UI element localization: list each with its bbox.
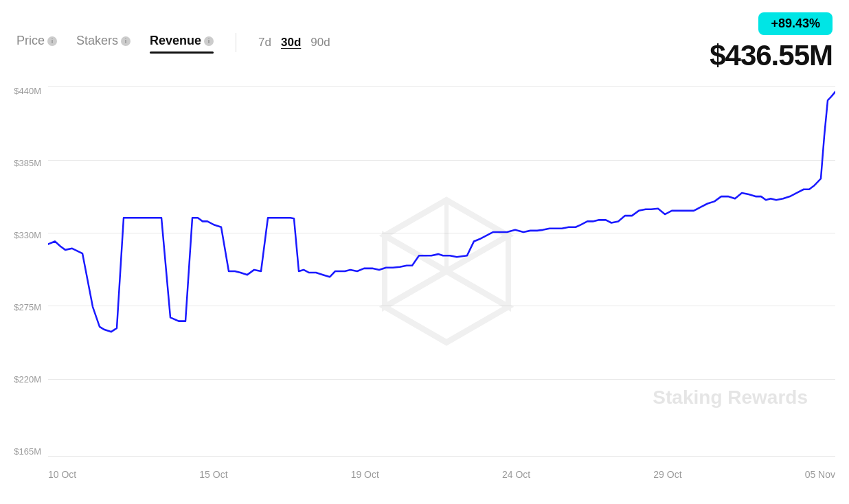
chart-area: $440M $385M $330M $275M $220M $165M <box>0 79 849 463</box>
x-label-05nov: 05 Nov <box>805 469 835 480</box>
y-axis: $440M $385M $330M $275M $220M $165M <box>0 79 48 463</box>
x-label-19oct: 19 Oct <box>351 469 379 480</box>
revenue-info-icon[interactable]: i <box>204 36 214 46</box>
stakers-info-icon[interactable]: i <box>121 36 131 46</box>
tab-divider <box>236 33 236 52</box>
header-right: +89.43% $436.55M <box>710 12 833 72</box>
tabs-left: Price i Stakers i Revenue i 7d 30d 90d <box>16 33 330 52</box>
tab-price[interactable]: Price i <box>16 34 57 51</box>
svg-marker-4 <box>385 271 508 343</box>
main-value: $436.55M <box>710 39 833 72</box>
chart-line <box>48 92 835 332</box>
x-label-24oct: 24 Oct <box>502 469 530 480</box>
price-info-icon[interactable]: i <box>47 36 57 46</box>
x-label-10oct: 10 Oct <box>48 469 76 480</box>
tab-revenue[interactable]: Revenue i <box>150 34 214 51</box>
header: Price i Stakers i Revenue i 7d 30d 90d +… <box>0 0 849 79</box>
y-label-6: $165M <box>0 446 48 457</box>
period-7d[interactable]: 7d <box>258 36 271 49</box>
x-label-29oct: 29 Oct <box>653 469 681 480</box>
tab-stakers[interactable]: Stakers i <box>76 34 131 51</box>
y-label-3: $330M <box>0 230 48 240</box>
period-90d[interactable]: 90d <box>310 36 330 49</box>
tab-price-label: Price <box>16 34 45 48</box>
svg-marker-2 <box>385 236 446 307</box>
tab-stakers-label: Stakers <box>76 34 118 48</box>
y-label-2: $385M <box>0 158 48 168</box>
period-tabs: 7d 30d 90d <box>258 36 330 49</box>
x-label-15oct: 15 Oct <box>199 469 227 480</box>
x-axis: 10 Oct 15 Oct 19 Oct 24 Oct 29 Oct 05 No… <box>0 463 849 480</box>
chart-svg <box>48 79 835 463</box>
svg-marker-3 <box>446 236 508 307</box>
percent-badge: +89.43% <box>758 12 833 35</box>
period-30d[interactable]: 30d <box>281 36 301 49</box>
tab-revenue-label: Revenue <box>150 34 201 48</box>
y-label-1: $440M <box>0 86 48 96</box>
y-label-4: $275M <box>0 302 48 312</box>
y-label-5: $220M <box>0 374 48 385</box>
